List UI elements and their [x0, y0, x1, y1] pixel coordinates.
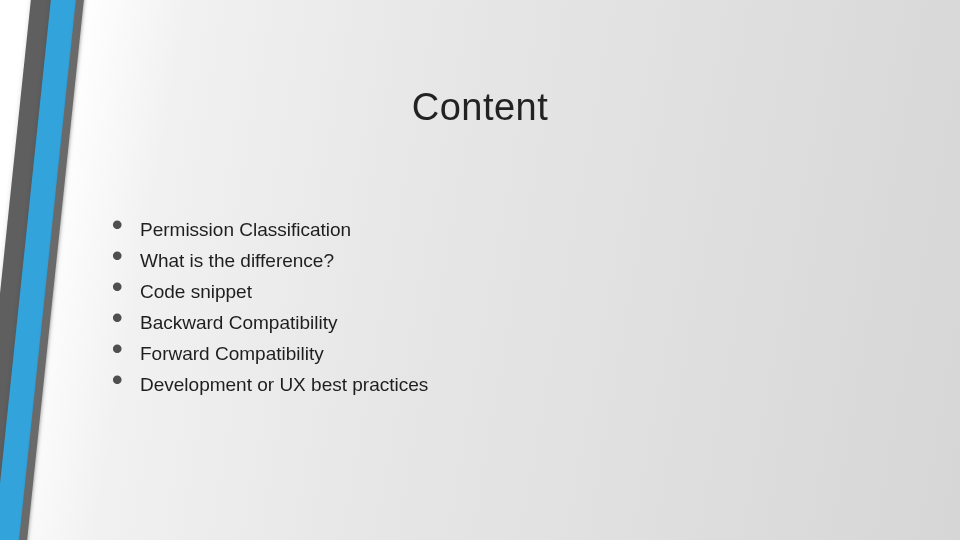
slide-title: Content — [0, 86, 960, 129]
list-item: Permission Classification — [112, 214, 428, 245]
list-item: Backward Compatibility — [112, 307, 428, 338]
list-item: Code snippet — [112, 276, 428, 307]
content-list: Permission Classification What is the di… — [112, 214, 428, 400]
list-item: What is the difference? — [112, 245, 428, 276]
list-item: Forward Compatibility — [112, 338, 428, 369]
slide: Content Permission Classification What i… — [0, 0, 960, 540]
list-item: Development or UX best practices — [112, 369, 428, 400]
